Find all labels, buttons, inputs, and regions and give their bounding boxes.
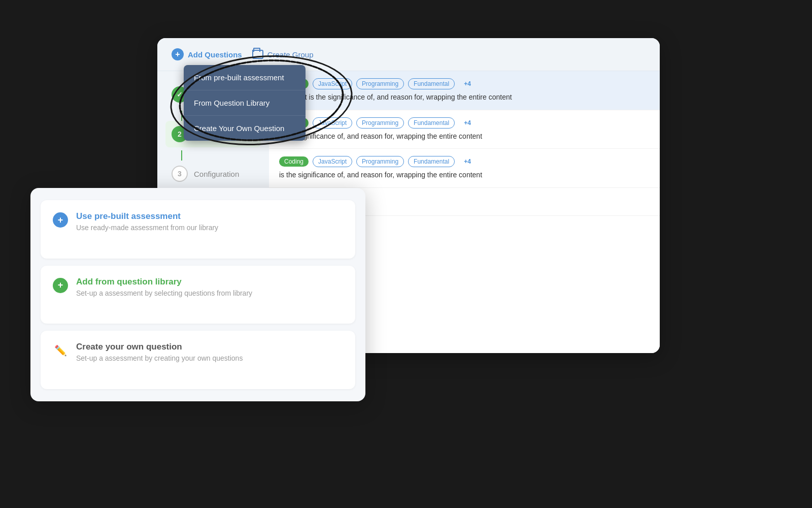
tag-javascript-2: JavaScript [313,117,352,129]
prebuilt-title: Use pre-built assessment [76,211,218,221]
tags-row-3: Coding JavaScript Programming Fundamenta… [279,156,650,167]
add-questions-button[interactable]: + Add Questions [172,48,242,60]
tag-more-1: +4 [459,79,476,89]
tag-fundamental-1: Fundamental [408,78,455,89]
folder-icon [252,50,263,59]
question-row-inner-2: is the significance of, and reason for, … [279,132,650,142]
own-content: Create your own question Set-up a assess… [76,342,243,362]
question-row-3: Coding JavaScript Programming Fundamenta… [269,149,660,188]
question-row-inner-3: is the significance of, and reason for, … [279,170,650,180]
tag-programming-1: Programming [356,78,404,89]
question-row-inner-1: ⠿ What is the significance of, and reaso… [279,92,650,103]
tag-programming-2: Programming [356,117,404,129]
tags-row-2: Coding JavaScript Programming Fundamenta… [279,117,650,129]
front-card: + Use pre-built assessment Use ready-mad… [30,188,365,401]
question-row-1: Coding JavaScript Programming Fundamenta… [269,71,660,110]
option-card-library[interactable]: + Add from question library Set-up a ass… [41,266,355,324]
plus-circle-icon: + [172,48,184,60]
library-title: Add from question library [76,277,252,287]
tag-coding-3: Coding [279,156,309,167]
tag-javascript-1: JavaScript [313,78,352,89]
prebuilt-plus-icon: + [53,212,68,228]
tag-javascript-3: JavaScript [313,156,352,167]
dropdown-menu: From pre-built assessment From Question … [184,65,306,141]
step-label-configuration: Configuration [194,170,239,178]
pencil-icon: ✏️ [53,343,68,358]
question-text-3: is the significance of, and reason for, … [279,170,482,180]
own-title: Create your own question [76,342,243,352]
option-card-prebuilt[interactable]: + Use pre-built assessment Use ready-mad… [41,200,355,259]
question-row-2: Coding JavaScript Programming Fundamenta… [269,110,660,149]
prebuilt-desc: Use ready-made assessment from our libra… [76,224,218,232]
dropdown-item-own[interactable]: Create Your Own Question [184,116,306,141]
dropdown-item-library[interactable]: From Question Library [184,90,306,116]
tags-row-1: Coding JavaScript Programming Fundamenta… [279,78,650,89]
question-text-1: What is the significance of, and reason … [290,92,512,103]
step-configuration[interactable]: 3 Configuration [165,161,261,187]
step-circle-3: 3 [172,166,188,182]
prebuilt-content: Use pre-built assessment Use ready-made … [76,211,218,232]
step-connector-2 [181,150,182,161]
question-text-2: is the significance of, and reason for, … [279,132,482,142]
tag-more-3: +4 [459,156,476,167]
step-connector-1 [181,111,182,121]
library-plus-icon: + [53,278,68,293]
own-desc: Set-up a assessment by creating your own… [76,354,243,362]
library-desc: Set-up a assessment by selecting questio… [76,289,252,297]
option-card-own[interactable]: ✏️ Create your own question Set-up a ass… [41,331,355,389]
library-content: Add from question library Set-up a asses… [76,277,252,297]
add-questions-label: Add Questions [188,50,242,59]
tag-more-2: +4 [459,118,476,128]
tag-fundamental-2: Fundamental [408,117,455,129]
create-group-button[interactable]: Create Group [252,50,314,59]
tag-programming-3: Programming [356,156,404,167]
create-group-label: Create Group [267,50,314,59]
dropdown-item-prebuilt[interactable]: From pre-built assessment [184,65,306,90]
tag-fundamental-3: Fundamental [408,156,455,167]
